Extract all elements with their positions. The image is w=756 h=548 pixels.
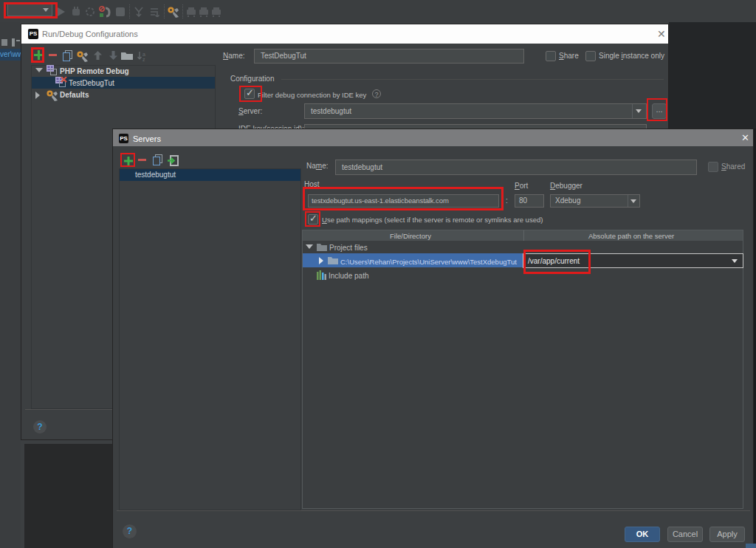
svg-text:z: z: [142, 57, 145, 61]
svg-text:a: a: [142, 52, 145, 57]
